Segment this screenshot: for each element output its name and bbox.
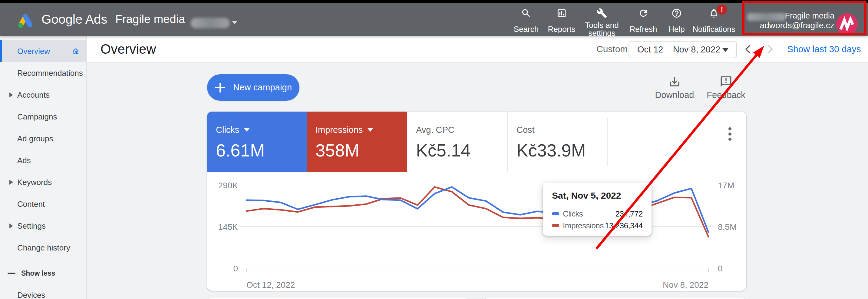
- y-axis-left-zero: 0: [207, 264, 238, 274]
- sidebar-item-content[interactable]: Content: [0, 193, 86, 215]
- refresh-icon: [638, 8, 649, 19]
- overview-card: Clicks 6.61M Impressions 358M Avg. CPC K…: [207, 112, 746, 291]
- tooltip-value: 234,772: [616, 209, 643, 219]
- show-last-30-days-link[interactable]: Show last 30 days: [787, 36, 861, 62]
- bottom-card-right: [484, 298, 746, 299]
- expand-arrow-icon[interactable]: [9, 223, 13, 228]
- date-range-value: Oct 12 – Nov 8, 2022: [637, 42, 720, 58]
- sidebar-item-label: Show less: [21, 269, 55, 277]
- feedback-label: Feedback: [696, 90, 756, 100]
- tooltip-label: Impressions: [563, 221, 604, 230]
- date-range-type-label: Custom: [596, 36, 628, 62]
- new-campaign-label: New campaign: [233, 82, 292, 92]
- sidebar-item-ad-groups[interactable]: Ad groups: [0, 128, 86, 150]
- y-axis-right-mid: 8.5M: [718, 222, 737, 232]
- y-axis-right-zero: 0: [718, 264, 723, 274]
- sidebar-item-campaigns[interactable]: Campaigns: [0, 106, 86, 128]
- selected-indicator: [0, 40, 2, 62]
- sidebar-item-ads[interactable]: Ads: [0, 150, 86, 171]
- chevron-left-icon: [743, 44, 753, 55]
- sidebar-item-settings[interactable]: Settings: [0, 215, 86, 237]
- tooltip-row-clicks: Clicks 234,772: [552, 209, 643, 218]
- sidebar-item-label: Accounts: [17, 90, 50, 100]
- sidebar-item-label: Keywords: [17, 178, 52, 187]
- page-title: Overview: [100, 36, 156, 62]
- screen-top-strip: [0, 0, 868, 3]
- chart-tooltip: Sat, Nov 5, 2022 Clicks 234,772 Impressi…: [543, 183, 652, 236]
- sidebar-item-label: Devices: [17, 291, 45, 299]
- new-campaign-button[interactable]: New campaign: [207, 74, 300, 101]
- x-axis-start-label: Oct 12, 2022: [246, 280, 295, 290]
- search-icon: [521, 8, 532, 19]
- sidebar-item-label: Settings: [17, 221, 46, 231]
- account-name-top[interactable]: Fragile media: [115, 3, 185, 36]
- tooltip-value: 13,236,344: [605, 221, 643, 230]
- y-axis-right-max: 17M: [718, 181, 734, 190]
- account-dropdown-caret-icon[interactable]: [232, 21, 237, 24]
- clicks-legend-dash-icon: [552, 212, 559, 215]
- app-bar: Google Ads Fragile media Search Reports …: [0, 3, 868, 36]
- x-axis-end-label: Nov 8, 2022: [639, 280, 708, 290]
- impressions-legend-dash-icon: [552, 224, 559, 227]
- profile-email: adwords@fragile.cz: [665, 21, 834, 30]
- feedback-button[interactable]: Feedback: [696, 75, 756, 100]
- sidebar-item-keywords[interactable]: Keywords: [0, 171, 86, 193]
- profile-id-redacted: [747, 13, 785, 21]
- page-header: Overview Custom Oct 12 – Nov 8, 2022 Sho…: [87, 36, 868, 63]
- sidebar-item-accounts[interactable]: Accounts: [0, 84, 86, 106]
- plus-icon: [215, 83, 225, 92]
- next-period-button[interactable]: [765, 44, 775, 55]
- avatar[interactable]: [836, 13, 858, 35]
- previous-period-button[interactable]: [743, 44, 753, 55]
- sidebar-item-label: Campaigns: [17, 112, 57, 121]
- tooltip-title: Sat, Nov 5, 2022: [552, 190, 621, 201]
- sidebar-item-devices[interactable]: Devices: [0, 284, 86, 299]
- y-axis-left-max: 290K: [207, 181, 238, 190]
- reports-icon: [556, 8, 567, 19]
- wrench-icon: [597, 8, 607, 19]
- chevron-right-icon: [765, 44, 775, 55]
- download-icon: [668, 75, 681, 88]
- date-caret-icon: [722, 48, 728, 52]
- google-ads-logo-icon[interactable]: [17, 12, 34, 29]
- timeseries-chart[interactable]: [207, 112, 746, 291]
- sidebar-item-overview[interactable]: Overview: [0, 40, 86, 62]
- sidebar-item-recommendations[interactable]: Recommendations: [0, 62, 86, 84]
- sidebar-item-label: Content: [17, 199, 45, 209]
- y-axis-left-mid: 145K: [207, 222, 238, 232]
- date-range-picker[interactable]: Oct 12 – Nov 8, 2022: [628, 41, 737, 58]
- expand-arrow-icon[interactable]: [9, 92, 13, 97]
- sidebar-item-label: Ad groups: [17, 134, 53, 143]
- minus-icon: [7, 273, 16, 274]
- sidebar-item-label: Recommendations: [17, 69, 83, 78]
- account-id-redacted: [191, 18, 229, 28]
- tooltip-row-impressions: Impressions 13,236,344: [552, 221, 643, 230]
- tooltip-label: Clicks: [563, 209, 583, 219]
- sidebar-divider: [12, 261, 73, 262]
- sidebar-item-label: Overview: [17, 47, 50, 56]
- sidebar-item-show-less[interactable]: Show less: [0, 262, 86, 284]
- expand-arrow-icon[interactable]: [9, 180, 13, 185]
- sidebar-item-label: Change history: [17, 243, 70, 253]
- sidebar-item-label: Ads: [17, 156, 31, 165]
- product-name: Google Ads: [41, 3, 107, 36]
- sidebar-item-change-history[interactable]: Change history: [0, 237, 86, 259]
- feedback-icon: [720, 75, 732, 88]
- sidebar: Overview Recommendations Accounts Campai…: [0, 36, 87, 299]
- bottom-card-left: [207, 298, 469, 299]
- home-icon: [72, 47, 80, 55]
